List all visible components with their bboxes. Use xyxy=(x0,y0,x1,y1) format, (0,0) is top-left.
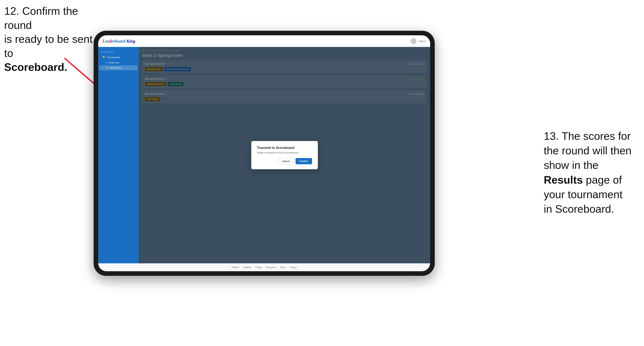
transmit-modal: Transmit to Scoreboard Ready to send thi… xyxy=(251,141,318,169)
sidebar-item-tournaments-label: Tournaments xyxy=(107,56,120,59)
content-area: Home / Tournaments / State U Spring Invi… xyxy=(139,47,430,263)
sidebar-item-edit-existing-label: Edit Existing xyxy=(110,67,121,69)
sidebar-item-tournaments[interactable]: 🏆 Tournaments xyxy=(100,54,138,60)
footer-link-pricing[interactable]: Pricing xyxy=(256,266,262,269)
footer-link-privacy[interactable]: Privacy xyxy=(290,266,296,269)
plus-icon: + xyxy=(105,62,106,64)
sidebar-item-edit-existing[interactable]: ✏️ Edit Existing xyxy=(100,65,138,70)
logo-text: Leaderboard King xyxy=(102,38,135,44)
top-nav: Leaderboard King Sign in xyxy=(98,35,430,47)
tablet-device: Leaderboard King Sign in MAIN MENU 🏆 Tou… xyxy=(94,31,435,276)
modal-title: Transmit to Scoreboard xyxy=(257,146,312,150)
modal-confirm-button[interactable]: Confirm xyxy=(296,158,312,164)
edit-icon: ✏️ xyxy=(105,67,108,69)
footer-link-terms[interactable]: Terms xyxy=(280,266,286,269)
sidebar-item-create-new-label: Create New xyxy=(108,62,119,64)
modal-overlay: Transmit to Scoreboard Ready to send thi… xyxy=(139,47,430,263)
annotation-right: 13. The scores forthe round will thensho… xyxy=(544,129,632,216)
modal-subtitle: Ready to send this round to Scoreboard? xyxy=(257,151,312,154)
tablet-screen: Leaderboard King Sign in MAIN MENU 🏆 Tou… xyxy=(98,35,430,271)
sidebar: MAIN MENU 🏆 Tournaments + Create New ✏️ … xyxy=(98,47,139,263)
logo-area: Leaderboard King xyxy=(102,38,135,44)
modal-buttons: Cancel Confirm xyxy=(257,158,312,164)
trophy-icon: 🏆 xyxy=(102,56,105,59)
footer-link-resources[interactable]: Resources xyxy=(266,266,276,269)
sidebar-item-create-new[interactable]: + Create New xyxy=(100,60,138,65)
footer-link-product[interactable]: Product xyxy=(232,266,239,269)
annotation-top-left: 12. Confirm the round is ready to be sen… xyxy=(4,4,104,74)
modal-cancel-button[interactable]: Cancel xyxy=(278,158,294,164)
avatar xyxy=(410,38,416,44)
footer-link-features[interactable]: Features xyxy=(243,266,251,269)
footer: Product Features Pricing Resources Terms… xyxy=(98,263,430,271)
sidebar-menu-label: MAIN MENU xyxy=(98,49,139,54)
nav-right: Sign in xyxy=(410,38,426,44)
sign-in-link[interactable]: Sign in xyxy=(419,40,426,42)
